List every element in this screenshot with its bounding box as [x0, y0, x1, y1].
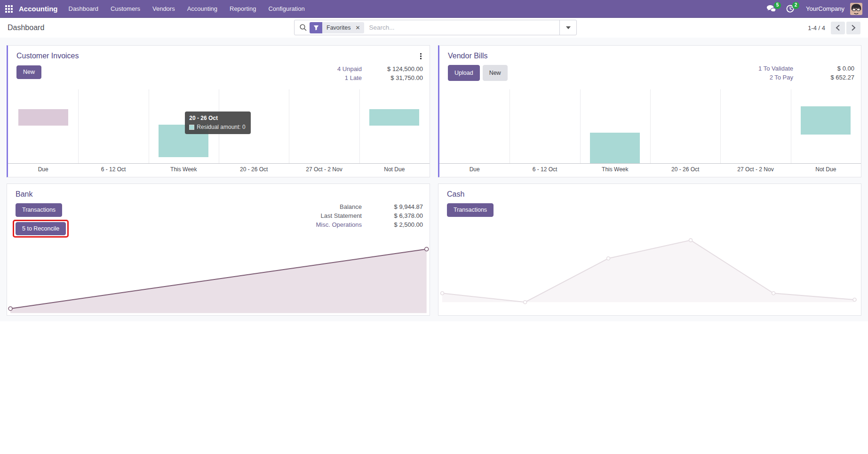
card-cash: Cash Transactions [438, 183, 861, 316]
facet-close-icon[interactable]: ✕ [354, 22, 364, 33]
data-point-marker [853, 298, 856, 302]
axis-label: 6 - 12 Oct [78, 164, 148, 177]
data-point-marker [524, 301, 527, 304]
apps-menu-button[interactable] [0, 0, 18, 17]
vendor-bills-stats[interactable]: 1 To Validate $ 0.00 2 To Pay $ 652.27 [758, 65, 854, 81]
nav-item-configuration[interactable]: Configuration [262, 0, 311, 17]
apps-grid-icon [5, 5, 13, 13]
stat-label: Misc. Operations [316, 221, 362, 228]
bank-transactions-button[interactable]: Transactions [16, 203, 62, 217]
bar-due [18, 109, 68, 126]
card-title-bank[interactable]: Bank [16, 190, 32, 199]
x-axis-labels: Due6 - 12 OctThis Week20 - 26 Oct27 Oct … [439, 163, 861, 177]
stat-label: 2 To Pay [758, 74, 793, 81]
annotation-highlight: 5 to Reconcile [13, 220, 69, 238]
gridline [510, 89, 510, 163]
card-bank: Bank Transactions 5 to Reconcile Balance… [7, 183, 430, 316]
page-title: Dashboard [8, 24, 44, 32]
reconcile-button[interactable]: 5 to Reconcile [16, 222, 66, 236]
bank-stats[interactable]: Balance $ 9,944.87 Last Statement $ 6,37… [316, 203, 423, 238]
bar-this-week [590, 133, 640, 163]
search-facet-favorites: Favorites ✕ [310, 22, 364, 33]
caret-down-icon [566, 26, 571, 29]
stat-value: $ 9,944.87 [376, 203, 423, 210]
pager: 1-4 / 4 [808, 22, 860, 34]
axis-label: 27 Oct - 2 Nov [720, 164, 790, 177]
chevron-left-icon [836, 24, 840, 31]
user-menu-button[interactable] [850, 0, 868, 17]
tooltip-swatch [189, 125, 194, 130]
stat-label: 1 Late [337, 74, 362, 81]
company-menu[interactable]: YourCompany [799, 5, 850, 12]
axis-label: Not Due [791, 164, 861, 177]
search-options-toggle[interactable] [559, 20, 576, 35]
data-point-marker [772, 292, 775, 295]
activities-menu-button[interactable]: 2 [781, 0, 799, 17]
stat-label: 4 Unpaid [337, 65, 362, 72]
data-point-marker [8, 307, 12, 311]
gridline [78, 89, 79, 163]
filter-funnel-icon [310, 22, 322, 33]
axis-label: 20 - 26 Oct [650, 164, 720, 177]
stat-value: $ 31,750.00 [376, 74, 423, 81]
bar-not-due [801, 106, 851, 135]
pager-next-button[interactable] [846, 22, 860, 34]
customer-invoices-chart[interactable]: 20 - 26 Oct Residual amount: 0 Due6 - 12… [8, 89, 430, 177]
axis-label: Due [439, 164, 510, 177]
data-point-marker [425, 247, 429, 251]
stat-value: $ 2,500.00 [376, 221, 423, 228]
card-title-vendor-bills[interactable]: Vendor Bills [448, 52, 488, 60]
card-title-cash[interactable]: Cash [447, 190, 464, 199]
area-fill [10, 249, 427, 313]
axis-label: Due [8, 164, 78, 177]
pager-range[interactable]: 1-4 / 4 [808, 24, 825, 32]
stat-label: Last Statement [316, 212, 362, 219]
search-icon [299, 24, 307, 32]
card-customer-invoices: Customer Invoices New 4 Unpaid $ 124,500… [7, 45, 430, 177]
stat-value: $ 0.00 [807, 65, 854, 72]
cash-chart[interactable] [438, 233, 861, 314]
nav-item-accounting[interactable]: Accounting [181, 0, 223, 17]
gridline [650, 89, 651, 163]
pager-previous-button[interactable] [831, 22, 845, 34]
bar-not-due [369, 109, 419, 126]
new-invoice-button[interactable]: New [16, 65, 41, 79]
tooltip-label: Residual amount: 0 [197, 124, 245, 130]
axis-label: Not Due [359, 164, 430, 177]
nav-item-vendors[interactable]: Vendors [146, 0, 181, 17]
cash-transactions-button[interactable]: Transactions [447, 203, 494, 217]
axis-label: 6 - 12 Oct [510, 164, 580, 177]
chevron-right-icon [851, 24, 856, 31]
gridline [359, 89, 360, 163]
kebab-menu-icon[interactable] [418, 52, 423, 61]
gridline [289, 89, 289, 163]
messages-menu-button[interactable]: 5 [762, 0, 781, 17]
activities-badge: 2 [792, 2, 799, 9]
axis-label: This Week [149, 164, 219, 177]
axis-label: 27 Oct - 2 Nov [289, 164, 359, 177]
nav-item-customers[interactable]: Customers [104, 0, 146, 17]
card-vendor-bills: Vendor Bills Upload New 1 To Validate $ … [438, 45, 861, 177]
messages-badge: 5 [774, 2, 781, 9]
upload-bill-button[interactable]: Upload [448, 65, 480, 81]
chart-tooltip: 20 - 26 Oct Residual amount: 0 [185, 112, 250, 134]
search-bar[interactable]: Favorites ✕ [294, 20, 577, 35]
bank-chart[interactable] [7, 233, 430, 314]
new-bill-button[interactable]: New [483, 65, 508, 81]
stat-label: Balance [316, 203, 362, 210]
axis-label: 20 - 26 Oct [219, 164, 289, 177]
nav-item-dashboard[interactable]: Dashboard [63, 0, 105, 17]
customer-invoices-stats[interactable]: 4 Unpaid $ 124,500.00 1 Late $ 31,750.00 [337, 65, 423, 81]
search-input[interactable] [368, 24, 559, 32]
vendor-bills-chart[interactable]: Due6 - 12 OctThis Week20 - 26 Oct27 Oct … [439, 89, 861, 177]
card-title-customer-invoices[interactable]: Customer Invoices [16, 52, 79, 60]
control-panel: Dashboard Favorites ✕ 1-4 / 4 [0, 18, 868, 38]
data-point-marker [441, 292, 444, 295]
app-name[interactable]: Accounting [18, 5, 63, 13]
nav-item-reporting[interactable]: Reporting [223, 0, 262, 17]
stat-value: $ 652.27 [807, 74, 854, 81]
tooltip-title: 20 - 26 Oct [189, 115, 245, 121]
data-point-marker [689, 239, 693, 242]
stat-value: $ 124,500.00 [376, 65, 423, 72]
dashboard-content: Customer Invoices New 4 Unpaid $ 124,500… [0, 38, 868, 321]
